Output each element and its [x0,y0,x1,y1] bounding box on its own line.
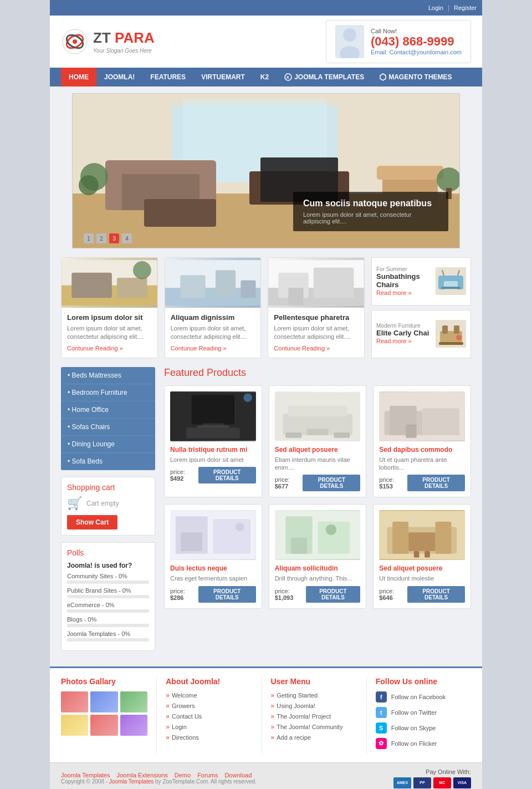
polls-widget: Polls Joomla! is used for? Community Sit… [61,542,155,651]
slider-dot-4[interactable]: 4 [122,233,132,243]
sidebar-item-beds[interactable]: Beds Mattresses [61,367,155,384]
skype-link[interactable]: Follow on Skype [391,725,436,731]
svg-rect-34 [180,275,205,298]
show-cart-button[interactable]: Show Cart [67,515,117,530]
promo-1-readmore[interactable]: Read more » [376,289,412,296]
shopping-cart-widget: Shopping cart 🛒 Cart empty Show Cart [61,477,155,536]
nav-item-joomla[interactable]: JOOMLA! [96,68,142,86]
svg-rect-60 [288,405,347,416]
promo-1-text: For Summer Sunbathings Chairs Read more … [376,266,431,297]
social-skype: S Follow on Skype [376,722,462,734]
nav: HOME JOOMLA! FEATURES VIRTUEMART K2 X JO… [50,68,482,86]
nav-item-home[interactable]: HOME [61,68,96,86]
card-2-text: Lorem ipsum dolor sit amet, consectetur … [171,324,255,342]
register-link[interactable]: Register [454,4,477,11]
svg-rect-56 [186,427,240,438]
follow-title: Follow Us online [376,677,462,686]
card-2-title: Aliquam dignissim [171,313,255,322]
nav-item-virtuemart[interactable]: VIRTUEMART [193,68,253,86]
svg-point-31 [133,261,151,279]
sidebar-item-bedroom[interactable]: Bedroom Furniture [61,384,155,401]
user-link-recipe[interactable]: Add a recipe [271,734,357,741]
about-title: About Joomla! [166,677,252,686]
gallery-thumb-2[interactable] [90,691,117,712]
svg-rect-48 [442,325,448,334]
svg-point-5 [340,46,360,58]
product-4-desc: Cras eget fermentum sapien [170,574,256,582]
about-link-welcome[interactable]: Welcome [166,691,252,699]
user-link-community[interactable]: The Joomla! Community [271,723,357,731]
footer-link-extensions[interactable]: Joomla Extensions [116,772,167,778]
svg-point-73 [236,523,244,531]
gallery-thumb-6[interactable] [120,715,147,736]
product-6-footer: price: $646 PRODUCT DETAILS [379,586,465,603]
footer-joomla-link[interactable]: Joomla Templates [109,778,154,785]
user-link-project[interactable]: The Joomla! Project [271,712,357,720]
user-link-using[interactable]: Using Joomla! [271,702,357,710]
sidebar-item-homeoffice[interactable]: Home Office [61,401,155,419]
user-link-started[interactable]: Getting Started [271,691,357,699]
top-bar: Login | Register [50,0,482,16]
footer-links: Joomla Templates Joomla Extensions Demo … [61,772,257,778]
product-2-btn[interactable]: PRODUCT DETAILS [303,475,360,491]
poll-question: Joomla! is used for? [67,562,149,569]
product-3-image [379,391,465,441]
card-1-body: Lorem ipsum dolor sit Lorem ipsum dolor … [62,308,157,358]
contact-avatar [335,25,364,58]
social-facebook: f Follow on Facebook [376,691,462,703]
about-link-login[interactable]: Login [166,723,252,731]
product-5-btn[interactable]: PRODUCT DETAILS [306,586,361,603]
footer-link-forums[interactable]: Forums [197,772,218,778]
nav-item-joomla-templates[interactable]: X JOOMLA TEMPLATES [277,68,372,86]
svg-rect-41 [289,288,304,306]
contact-area: Call Now! (043) 868-9999 Email: Contact@… [326,20,471,63]
nav-item-k2[interactable]: K2 [253,68,277,86]
product-1-btn[interactable]: PRODUCT DETAILS [198,467,256,483]
gallery-thumb-1[interactable] [61,691,88,712]
slider-dot-2[interactable]: 2 [96,233,106,243]
product-2-price: price: $677 [275,476,303,490]
promo-2: Moderm Furniture Elite Carly Chai Read m… [371,310,471,358]
svg-rect-30 [117,278,147,298]
footer-link-download[interactable]: Download [224,772,252,778]
card-2-readmore[interactable]: Contunue Reading » [171,345,227,352]
sidebar: Beds Mattresses Bedroom Furniture Home O… [61,367,155,658]
logo-text-area: ZT PARA Your Slogan Goes Here [93,29,155,54]
product-2-footer: price: $677 PRODUCT DETAILS [275,475,361,491]
sidebar-item-dining[interactable]: Dining Lounge [61,436,155,453]
gallery-thumb-5[interactable] [90,715,117,736]
gallery-thumb-3[interactable] [120,691,147,712]
gallery-thumb-4[interactable] [61,715,88,736]
about-link-directions[interactable]: Directions [166,734,252,741]
nav-item-features[interactable]: FEATURES [142,68,193,86]
card-1-readmore[interactable]: Contunue Reading » [67,345,123,352]
slider-dots: 1 2 3 4 [84,233,132,243]
nav-item-magento[interactable]: MAGENTO THEMES [372,68,459,86]
footer-link-templates[interactable]: Joomla Templates [61,772,110,778]
product-3-btn[interactable]: PRODUCT DETAILS [407,475,465,491]
card-3-readmore[interactable]: Contunue Reading » [274,345,330,352]
sidebar-item-sofabeds[interactable]: Sofa Beds [61,453,155,470]
product-6-price: price: $646 [379,588,407,601]
poll-label-2: Public Brand Sites - 0% [67,587,149,594]
product-1-price: price: $492 [170,469,198,482]
twitter-link[interactable]: Follow on Twitter [391,709,437,716]
footer-link-demo[interactable]: Demo [175,772,191,778]
svg-line-45 [442,270,444,276]
slider-dot-1[interactable]: 1 [84,233,94,243]
card-3-body: Pellentesque pharetra Lorem ipsum dolor … [268,308,364,358]
facebook-link[interactable]: Follow on Facebook [391,694,446,700]
promo-1-image [436,267,466,295]
logo-area: ZT PARA Your Slogan Goes Here [61,28,155,55]
product-4-btn[interactable]: PRODUCT DETAILS [198,586,256,603]
flickr-link[interactable]: Follow on Flicker [391,740,437,747]
login-link[interactable]: Login [428,4,443,11]
about-link-growers[interactable]: Growers [166,702,252,710]
promo-2-readmore[interactable]: Read more » [376,338,412,344]
product-6-btn[interactable]: PRODUCT DETAILS [407,586,465,603]
about-link-contact[interactable]: Contact Us [166,712,252,720]
svg-rect-71 [213,519,250,554]
svg-rect-53 [192,395,234,424]
sidebar-item-sofas[interactable]: Sofas Chairs [61,419,155,436]
slider-dot-3[interactable]: 3 [109,233,119,243]
